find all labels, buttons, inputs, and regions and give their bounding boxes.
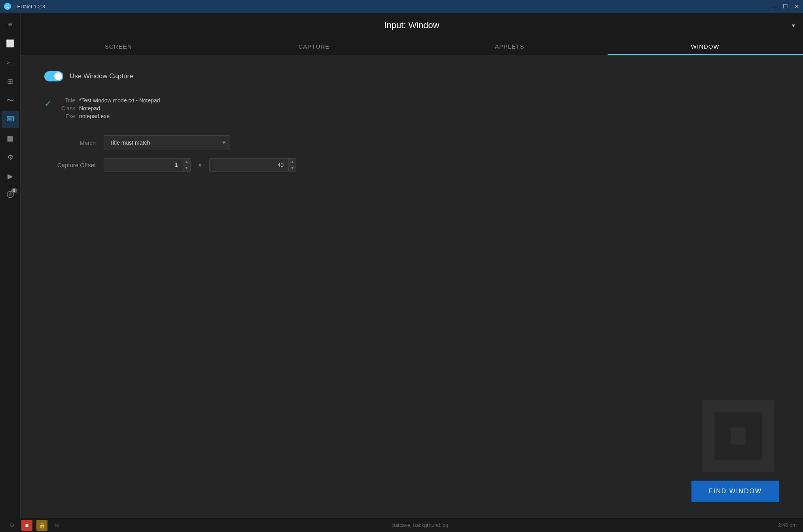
svg-rect-1 [8, 117, 12, 120]
capture-offset-y-input[interactable] [210, 158, 288, 171]
capture-offset-x-spinbox: ▲ ▼ [104, 158, 191, 172]
capture-icon [6, 115, 14, 125]
sidebar-item-play[interactable]: ▶ [2, 168, 19, 185]
match-select-wrapper: Title must match Class must match Exe mu… [104, 135, 230, 150]
sidebar-item-settings[interactable]: ⚙ [2, 149, 19, 166]
tab-applets[interactable]: APPLETS [412, 38, 608, 55]
tab-capture[interactable]: CAPTURE [216, 38, 412, 55]
check-icon: ✓ [44, 99, 51, 109]
gear-icon: ⚙ [7, 153, 13, 162]
toggle-label: Use Window Capture [70, 72, 133, 80]
match-select[interactable]: Title must match Class must match Exe mu… [104, 135, 230, 150]
exe-label: Exe [59, 113, 75, 119]
class-value: Notepad [79, 105, 100, 111]
class-label: Class [59, 105, 75, 111]
sidebar-item-grid[interactable]: ⊞ [2, 73, 19, 90]
window-class-row: Class Notepad [59, 105, 160, 111]
close-button[interactable]: ✕ [794, 3, 799, 9]
main-content: Input: Window ▾ SCREEN CAPTURE APPLETS W… [21, 13, 803, 518]
content-area: ⊡ Use Window Capture ✓ Title *Test windo… [21, 55, 803, 518]
spinbox-y-buttons: ▲ ▼ [288, 158, 296, 171]
spinbox-y-down-button[interactable]: ▼ [289, 165, 296, 172]
stop-status-button[interactable]: ■ [21, 520, 32, 531]
window-info: ✓ Title *Test window mode.txt - Notepad … [44, 97, 779, 119]
capture-offset-y-spinbox: ▲ ▼ [209, 158, 296, 172]
monitor-icon: ⬜ [6, 39, 15, 48]
statusbar: ⚙ ■ 🔒 ⊠ batcave_background.jpg 2:46 pm [0, 518, 803, 532]
title-value: *Test window mode.txt - Notepad [79, 97, 160, 104]
toggle-row: Use Window Capture [44, 71, 779, 81]
cast-status-button[interactable]: ⊠ [51, 520, 62, 531]
match-label: Match [44, 140, 96, 146]
app-icon: L [4, 3, 11, 10]
page-title: Input: Window [384, 20, 439, 30]
spinbox-x-down-button[interactable]: ▼ [183, 165, 190, 172]
settings-status-button[interactable]: ⚙ [6, 520, 17, 531]
app-body: ≡ ⬜ >_ ⊞ 〜 ▦ ⚙ ▶ [0, 13, 803, 518]
window-exe-row: Exe notepad.exe [59, 113, 160, 119]
sidebar-item-terminal[interactable]: >_ [2, 54, 19, 71]
find-window-button[interactable]: FIND WINDOW [691, 481, 779, 502]
menu-icon: ≡ [8, 21, 12, 29]
terminal-icon: >_ [7, 59, 13, 66]
titlebar: L LEDNet 1.2.3 — ☐ ✕ [0, 0, 803, 13]
sidebar-item-capture[interactable] [2, 111, 19, 128]
sidebar-item-wave[interactable]: 〜 [2, 92, 19, 109]
video-icon: ▦ [7, 134, 13, 143]
grid-icon: ⊞ [7, 77, 13, 86]
play-icon: ▶ [8, 172, 13, 181]
watermark: ⊡ [693, 383, 779, 486]
x-separator: x [199, 162, 201, 168]
lock-status-button[interactable]: 🔒 [36, 520, 47, 531]
match-row: Match Title must match Class must match … [44, 135, 779, 150]
sidebar-item-notification[interactable]: 5 [2, 187, 19, 204]
notification-badge: 5 [11, 188, 17, 193]
tab-screen[interactable]: SCREEN [21, 38, 216, 55]
minimize-button[interactable]: — [771, 3, 776, 9]
spinbox-x-buttons: ▲ ▼ [183, 158, 190, 171]
title-label: Title [59, 97, 75, 104]
tabs: SCREEN CAPTURE APPLETS WINDOW [21, 38, 803, 55]
sidebar-item-menu[interactable]: ≡ [2, 16, 19, 33]
capture-offset-row: Capture Offset ▲ ▼ x ▲ ▼ [44, 158, 779, 172]
spinbox-y-up-button[interactable]: ▲ [289, 158, 296, 165]
window-details: Title *Test window mode.txt - Notepad Cl… [59, 97, 160, 119]
main-header: Input: Window ▾ [21, 13, 803, 38]
spinbox-x-up-button[interactable]: ▲ [183, 158, 190, 165]
window-title-row: Title *Test window mode.txt - Notepad [59, 97, 160, 104]
app-title: LEDNet 1.2.3 [14, 4, 45, 9]
wave-icon: 〜 [6, 95, 14, 106]
sidebar: ≡ ⬜ >_ ⊞ 〜 ▦ ⚙ ▶ [0, 13, 21, 518]
exe-value: notepad.exe [79, 113, 110, 119]
window-controls: — ☐ ✕ [771, 3, 799, 9]
statusbar-left: ⚙ ■ 🔒 ⊠ [6, 520, 62, 531]
maximize-button[interactable]: ☐ [783, 3, 788, 9]
sidebar-item-video[interactable]: ▦ [2, 130, 19, 147]
statusbar-filename: batcave_background.jpg [66, 522, 774, 528]
use-window-capture-toggle[interactable] [44, 71, 63, 81]
tab-window[interactable]: WINDOW [608, 38, 803, 55]
sidebar-item-monitor[interactable]: ⬜ [2, 35, 19, 52]
svg-point-3 [9, 193, 12, 196]
capture-offset-x-input[interactable] [104, 158, 183, 171]
statusbar-time: 2:46 pm [778, 522, 797, 528]
header-chevron-icon[interactable]: ▾ [792, 22, 795, 29]
capture-offset-label: Capture Offset [44, 162, 96, 168]
